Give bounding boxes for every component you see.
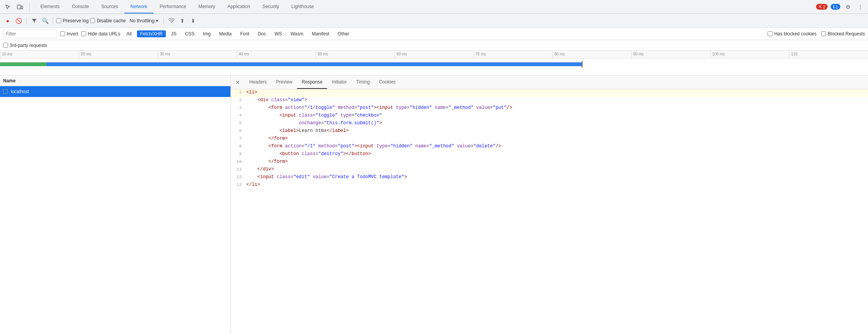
line-content: </form> xyxy=(246,159,868,164)
main-split: Name localhost ✕ Headers Preview Respons… xyxy=(0,75,868,334)
inspect-icon[interactable] xyxy=(3,2,12,12)
third-party-label[interactable]: 3rd-party requests xyxy=(3,43,47,48)
tab-application[interactable]: Application xyxy=(221,0,256,13)
tick-10ms: 10 ms xyxy=(0,51,79,58)
filter-tag-manifest[interactable]: Manifest xyxy=(309,30,332,37)
filter-type-tags: All Fetch/XHR JS CSS Img Media Font Doc … xyxy=(124,30,352,37)
tab-icon-group xyxy=(3,2,30,12)
code-line: 2 <div class="view"> xyxy=(231,97,868,105)
filter-tag-wasm[interactable]: Wasm xyxy=(287,30,307,37)
line-content: onchange="this.form.submit()"> xyxy=(246,120,868,126)
filter-tag-js[interactable]: JS xyxy=(168,30,180,37)
line-number: 6 xyxy=(231,128,246,133)
tick-110ms: 110 xyxy=(789,51,868,58)
third-party-checkbox[interactable] xyxy=(3,43,8,48)
tab-initiator[interactable]: Initiator xyxy=(327,75,351,89)
invert-label[interactable]: Invert xyxy=(60,31,78,37)
upload-icon-button[interactable]: ⬆ xyxy=(178,16,187,25)
close-panel-button[interactable]: ✕ xyxy=(234,78,242,86)
record-button[interactable]: ● xyxy=(3,16,12,25)
tab-network[interactable]: Network xyxy=(124,0,154,13)
tab-sources[interactable]: Sources xyxy=(95,0,124,13)
tick-30ms: 30 ms xyxy=(158,51,237,58)
download-icon-button[interactable]: ⬇ xyxy=(189,16,198,25)
blocked-requests-label[interactable]: Blocked Requests xyxy=(821,31,865,37)
request-list: localhost xyxy=(0,86,230,334)
line-number: 9 xyxy=(231,151,246,156)
request-row-localhost[interactable]: localhost xyxy=(0,86,230,97)
tick-40ms: 40 ms xyxy=(237,51,315,58)
filter-tag-ws[interactable]: WS xyxy=(272,30,285,37)
tick-70ms: 70 ms xyxy=(474,51,553,58)
filter-tag-media[interactable]: Media xyxy=(216,30,235,37)
disable-cache-checkbox[interactable] xyxy=(90,18,95,23)
tab-timing[interactable]: Timing xyxy=(351,75,374,89)
tick-50ms: 50 ms xyxy=(315,51,394,58)
filter-tag-img[interactable]: Img xyxy=(200,30,214,37)
main-tabs: Elements Console Sources Network Perform… xyxy=(34,0,816,13)
tab-lighthouse[interactable]: Lighthouse xyxy=(285,0,320,13)
disable-cache-label[interactable]: Disable cache xyxy=(90,18,125,23)
filter-icon-button[interactable] xyxy=(30,16,39,25)
code-line: 3 <form action="/1/toggle" method="post"… xyxy=(231,105,868,112)
settings-icon[interactable]: ⚙ xyxy=(843,2,853,12)
filter-tag-all[interactable]: All xyxy=(124,30,135,37)
info-count-badge[interactable]: ℹ 1 xyxy=(831,4,840,10)
tick-60ms: 60 ms xyxy=(394,51,473,58)
has-blocked-cookies-label[interactable]: Has blocked cookies xyxy=(768,31,816,37)
filter-tag-doc[interactable]: Doc xyxy=(255,30,269,37)
filter-tag-fetch-xhr[interactable]: Fetch/XHR xyxy=(137,30,166,37)
preserve-log-label[interactable]: Preserve log xyxy=(56,18,88,23)
timeline-marker xyxy=(582,61,583,68)
filter-tag-css[interactable]: CSS xyxy=(182,30,198,37)
tab-cookies[interactable]: Cookies xyxy=(374,75,400,89)
line-number: 3 xyxy=(231,105,246,110)
line-content: <input class="edit" value="Create a Todo… xyxy=(246,174,868,180)
tab-performance[interactable]: Performance xyxy=(154,0,192,13)
tab-console[interactable]: Console xyxy=(66,0,95,13)
throttle-dropdown[interactable]: No throttling ▾ xyxy=(127,17,161,24)
tab-security[interactable]: Security xyxy=(256,0,285,13)
code-line: 10 </form> xyxy=(231,159,868,166)
filter-checkboxes: Has blocked cookies Blocked Requests xyxy=(768,31,865,37)
filter-tag-other[interactable]: Other xyxy=(335,30,352,37)
device-toggle-icon[interactable] xyxy=(15,2,25,12)
timeline-area: 10 ms 20 ms 30 ms 40 ms 50 ms 60 ms 70 m… xyxy=(0,51,868,75)
timeline-bar-green xyxy=(0,62,582,66)
code-line: 7 </form> xyxy=(231,135,868,143)
wifi-icon-button[interactable] xyxy=(167,16,176,25)
code-line: 8 <form action="/1" method="post"><input… xyxy=(231,143,868,151)
response-panel-tabs: ✕ Headers Preview Response Initiator Tim… xyxy=(231,75,868,89)
request-name: localhost xyxy=(11,89,29,94)
code-line: 11 </div> xyxy=(231,166,868,174)
tab-elements[interactable]: Elements xyxy=(34,0,66,13)
hide-data-urls-label[interactable]: Hide data URLs xyxy=(81,31,120,37)
left-panel: Name localhost xyxy=(0,75,231,334)
right-panel: ✕ Headers Preview Response Initiator Tim… xyxy=(231,75,868,334)
filter-input[interactable] xyxy=(3,30,57,38)
preserve-log-checkbox[interactable] xyxy=(56,18,61,23)
requests-list-header: Name xyxy=(0,75,230,86)
response-content: 1<li>2 <div class="view">3 <form action=… xyxy=(231,89,868,334)
line-number: 2 xyxy=(231,97,246,102)
line-content: </div> xyxy=(246,167,868,172)
line-number: 11 xyxy=(231,167,246,172)
toolbar-divider-3 xyxy=(164,17,164,25)
invert-checkbox[interactable] xyxy=(60,31,65,36)
clear-button[interactable]: 🚫 xyxy=(14,16,23,25)
search-button[interactable]: 🔍 xyxy=(40,16,50,25)
tab-headers[interactable]: Headers xyxy=(245,75,271,89)
error-count-badge[interactable]: ✕ 2 xyxy=(816,4,828,10)
line-number: 1 xyxy=(231,90,246,95)
has-blocked-cookies-checkbox[interactable] xyxy=(768,31,773,36)
line-number: 12 xyxy=(231,174,246,179)
more-options-icon[interactable]: ⋮ xyxy=(856,2,865,12)
blocked-requests-checkbox[interactable] xyxy=(821,31,826,36)
tab-preview[interactable]: Preview xyxy=(271,75,297,89)
tab-memory[interactable]: Memory xyxy=(192,0,221,13)
hide-data-urls-checkbox[interactable] xyxy=(81,31,86,36)
tab-response[interactable]: Response xyxy=(297,75,327,89)
third-party-row: 3rd-party requests xyxy=(0,40,868,51)
devtools-tab-bar: Elements Console Sources Network Perform… xyxy=(0,0,868,14)
filter-tag-font[interactable]: Font xyxy=(237,30,252,37)
